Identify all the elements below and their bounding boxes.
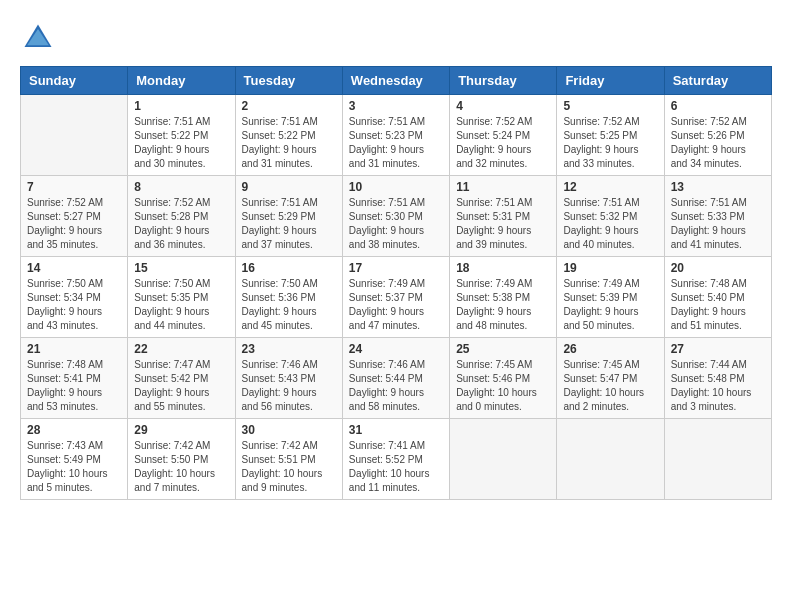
day-number: 30 [242,423,336,437]
day-number: 10 [349,180,443,194]
day-info: Sunrise: 7:41 AM Sunset: 5:52 PM Dayligh… [349,439,443,495]
calendar-day-header: Thursday [450,67,557,95]
calendar-day-header: Monday [128,67,235,95]
day-info: Sunrise: 7:51 AM Sunset: 5:22 PM Dayligh… [134,115,228,171]
calendar-cell: 11Sunrise: 7:51 AM Sunset: 5:31 PM Dayli… [450,176,557,257]
day-number: 4 [456,99,550,113]
day-number: 1 [134,99,228,113]
day-info: Sunrise: 7:50 AM Sunset: 5:34 PM Dayligh… [27,277,121,333]
calendar-cell: 17Sunrise: 7:49 AM Sunset: 5:37 PM Dayli… [342,257,449,338]
calendar-cell [21,95,128,176]
calendar-cell: 23Sunrise: 7:46 AM Sunset: 5:43 PM Dayli… [235,338,342,419]
day-info: Sunrise: 7:52 AM Sunset: 5:27 PM Dayligh… [27,196,121,252]
day-info: Sunrise: 7:46 AM Sunset: 5:43 PM Dayligh… [242,358,336,414]
day-number: 18 [456,261,550,275]
calendar-table: SundayMondayTuesdayWednesdayThursdayFrid… [20,66,772,500]
calendar-cell: 5Sunrise: 7:52 AM Sunset: 5:25 PM Daylig… [557,95,664,176]
calendar-day-header: Sunday [21,67,128,95]
day-number: 22 [134,342,228,356]
calendar-cell: 16Sunrise: 7:50 AM Sunset: 5:36 PM Dayli… [235,257,342,338]
calendar-cell: 19Sunrise: 7:49 AM Sunset: 5:39 PM Dayli… [557,257,664,338]
day-number: 26 [563,342,657,356]
day-number: 19 [563,261,657,275]
logo [20,20,62,56]
day-number: 6 [671,99,765,113]
calendar-week-row: 1Sunrise: 7:51 AM Sunset: 5:22 PM Daylig… [21,95,772,176]
calendar-cell: 21Sunrise: 7:48 AM Sunset: 5:41 PM Dayli… [21,338,128,419]
calendar-cell: 2Sunrise: 7:51 AM Sunset: 5:22 PM Daylig… [235,95,342,176]
day-number: 3 [349,99,443,113]
day-info: Sunrise: 7:45 AM Sunset: 5:46 PM Dayligh… [456,358,550,414]
day-number: 23 [242,342,336,356]
calendar-cell: 20Sunrise: 7:48 AM Sunset: 5:40 PM Dayli… [664,257,771,338]
day-info: Sunrise: 7:48 AM Sunset: 5:40 PM Dayligh… [671,277,765,333]
day-number: 11 [456,180,550,194]
calendar-cell: 4Sunrise: 7:52 AM Sunset: 5:24 PM Daylig… [450,95,557,176]
day-number: 27 [671,342,765,356]
day-info: Sunrise: 7:44 AM Sunset: 5:48 PM Dayligh… [671,358,765,414]
calendar-cell: 24Sunrise: 7:46 AM Sunset: 5:44 PM Dayli… [342,338,449,419]
day-number: 12 [563,180,657,194]
day-info: Sunrise: 7:47 AM Sunset: 5:42 PM Dayligh… [134,358,228,414]
day-info: Sunrise: 7:49 AM Sunset: 5:39 PM Dayligh… [563,277,657,333]
calendar-week-row: 21Sunrise: 7:48 AM Sunset: 5:41 PM Dayli… [21,338,772,419]
day-number: 24 [349,342,443,356]
calendar-cell: 8Sunrise: 7:52 AM Sunset: 5:28 PM Daylig… [128,176,235,257]
calendar-cell: 7Sunrise: 7:52 AM Sunset: 5:27 PM Daylig… [21,176,128,257]
day-number: 31 [349,423,443,437]
calendar-cell: 12Sunrise: 7:51 AM Sunset: 5:32 PM Dayli… [557,176,664,257]
day-number: 5 [563,99,657,113]
day-info: Sunrise: 7:50 AM Sunset: 5:36 PM Dayligh… [242,277,336,333]
day-info: Sunrise: 7:51 AM Sunset: 5:23 PM Dayligh… [349,115,443,171]
day-number: 16 [242,261,336,275]
day-info: Sunrise: 7:49 AM Sunset: 5:38 PM Dayligh… [456,277,550,333]
day-info: Sunrise: 7:51 AM Sunset: 5:30 PM Dayligh… [349,196,443,252]
day-number: 9 [242,180,336,194]
day-number: 14 [27,261,121,275]
day-info: Sunrise: 7:45 AM Sunset: 5:47 PM Dayligh… [563,358,657,414]
day-number: 7 [27,180,121,194]
calendar-header-row: SundayMondayTuesdayWednesdayThursdayFrid… [21,67,772,95]
day-number: 15 [134,261,228,275]
calendar-week-row: 7Sunrise: 7:52 AM Sunset: 5:27 PM Daylig… [21,176,772,257]
day-info: Sunrise: 7:43 AM Sunset: 5:49 PM Dayligh… [27,439,121,495]
day-info: Sunrise: 7:50 AM Sunset: 5:35 PM Dayligh… [134,277,228,333]
calendar-cell: 25Sunrise: 7:45 AM Sunset: 5:46 PM Dayli… [450,338,557,419]
day-number: 13 [671,180,765,194]
day-number: 20 [671,261,765,275]
calendar-week-row: 28Sunrise: 7:43 AM Sunset: 5:49 PM Dayli… [21,419,772,500]
calendar-cell: 18Sunrise: 7:49 AM Sunset: 5:38 PM Dayli… [450,257,557,338]
calendar-cell: 28Sunrise: 7:43 AM Sunset: 5:49 PM Dayli… [21,419,128,500]
day-info: Sunrise: 7:52 AM Sunset: 5:26 PM Dayligh… [671,115,765,171]
calendar-cell: 14Sunrise: 7:50 AM Sunset: 5:34 PM Dayli… [21,257,128,338]
calendar-cell [664,419,771,500]
calendar-cell: 6Sunrise: 7:52 AM Sunset: 5:26 PM Daylig… [664,95,771,176]
day-info: Sunrise: 7:51 AM Sunset: 5:22 PM Dayligh… [242,115,336,171]
calendar-cell: 15Sunrise: 7:50 AM Sunset: 5:35 PM Dayli… [128,257,235,338]
day-info: Sunrise: 7:51 AM Sunset: 5:33 PM Dayligh… [671,196,765,252]
calendar-day-header: Friday [557,67,664,95]
calendar-cell: 29Sunrise: 7:42 AM Sunset: 5:50 PM Dayli… [128,419,235,500]
calendar-cell: 31Sunrise: 7:41 AM Sunset: 5:52 PM Dayli… [342,419,449,500]
day-info: Sunrise: 7:52 AM Sunset: 5:28 PM Dayligh… [134,196,228,252]
day-info: Sunrise: 7:42 AM Sunset: 5:51 PM Dayligh… [242,439,336,495]
calendar-cell: 30Sunrise: 7:42 AM Sunset: 5:51 PM Dayli… [235,419,342,500]
logo-icon [20,20,56,56]
calendar-cell [450,419,557,500]
calendar-cell: 13Sunrise: 7:51 AM Sunset: 5:33 PM Dayli… [664,176,771,257]
calendar-day-header: Wednesday [342,67,449,95]
day-info: Sunrise: 7:48 AM Sunset: 5:41 PM Dayligh… [27,358,121,414]
calendar-day-header: Saturday [664,67,771,95]
day-info: Sunrise: 7:51 AM Sunset: 5:32 PM Dayligh… [563,196,657,252]
day-info: Sunrise: 7:46 AM Sunset: 5:44 PM Dayligh… [349,358,443,414]
calendar-cell: 22Sunrise: 7:47 AM Sunset: 5:42 PM Dayli… [128,338,235,419]
day-number: 21 [27,342,121,356]
calendar-week-row: 14Sunrise: 7:50 AM Sunset: 5:34 PM Dayli… [21,257,772,338]
calendar-cell: 3Sunrise: 7:51 AM Sunset: 5:23 PM Daylig… [342,95,449,176]
day-info: Sunrise: 7:49 AM Sunset: 5:37 PM Dayligh… [349,277,443,333]
calendar-cell: 26Sunrise: 7:45 AM Sunset: 5:47 PM Dayli… [557,338,664,419]
calendar-cell: 10Sunrise: 7:51 AM Sunset: 5:30 PM Dayli… [342,176,449,257]
calendar-cell: 27Sunrise: 7:44 AM Sunset: 5:48 PM Dayli… [664,338,771,419]
calendar-cell: 1Sunrise: 7:51 AM Sunset: 5:22 PM Daylig… [128,95,235,176]
day-number: 2 [242,99,336,113]
